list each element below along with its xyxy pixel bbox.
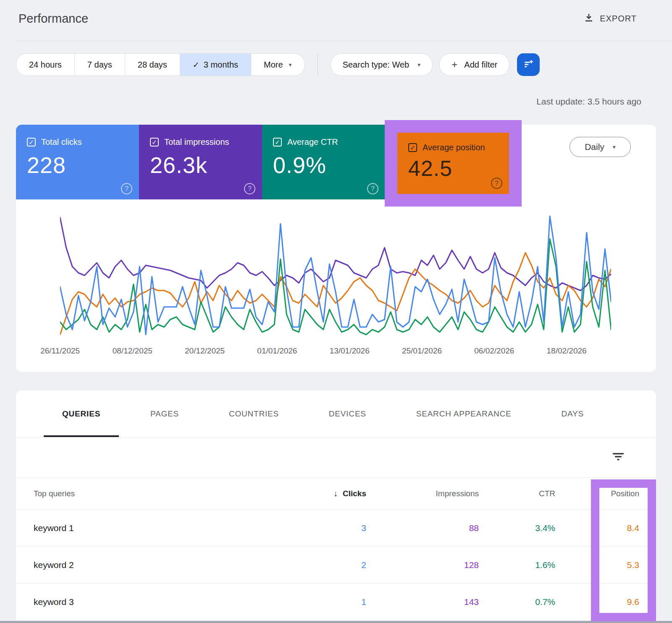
export-label: EXPORT — [600, 14, 637, 24]
tab-label: DAYS — [561, 409, 584, 419]
metric-value: 42.5 — [408, 156, 498, 181]
add-filter-label: Add filter — [464, 60, 497, 70]
performance-chart-panel: ✓ Total clicks 228 ? ✓ Total impressions… — [16, 125, 656, 372]
clicks-cell: 2 — [270, 560, 379, 570]
add-filter-button[interactable]: + Add filter — [439, 53, 509, 76]
ctr-cell: 1.6% — [488, 560, 568, 570]
x-axis-label: 13/01/2026 — [330, 346, 370, 356]
metric-value: 26.3k — [150, 152, 251, 178]
filter-toolbar: 24 hours 7 days 28 days ✓ 3 months More … — [16, 53, 540, 76]
chart-x-axis: 26/11/202508/12/202520/12/202501/01/2026… — [16, 346, 656, 359]
range-label: More — [264, 60, 283, 70]
clicks-cell: 3 — [270, 523, 379, 533]
checkbox-checked-icon[interactable]: ✓ — [27, 138, 36, 147]
tab-label: DEVICES — [329, 409, 366, 419]
metric-card-total-clicks[interactable]: ✓ Total clicks 228 ? — [16, 125, 139, 199]
dimensions-table-panel: QUERIES PAGES COUNTRIES DEVICES SEARCH A… — [16, 390, 656, 623]
plus-icon: + — [452, 59, 457, 71]
tab-label: COUNTRIES — [229, 409, 279, 419]
x-axis-label: 20/12/2025 — [185, 346, 225, 356]
table-row[interactable]: keyword 3 1 143 0.7% 9.6 — [16, 584, 656, 620]
query-cell: keyword 1 — [16, 523, 270, 533]
viewport-bottom-edge — [0, 621, 672, 623]
funnel-icon[interactable] — [612, 452, 624, 463]
tab-queries[interactable]: QUERIES — [44, 390, 119, 437]
impressions-cell: 88 — [379, 523, 488, 533]
impressions-cell: 143 — [379, 597, 488, 607]
metric-card-average-ctr[interactable]: ✓ Average CTR 0.9% ? — [262, 125, 385, 199]
filter-sparkle-button[interactable] — [517, 53, 540, 76]
position-cell: 8.4 — [568, 523, 656, 533]
x-axis-label: 08/12/2025 — [113, 346, 152, 356]
interval-label: Daily — [585, 142, 604, 152]
range-24-hours[interactable]: 24 hours — [16, 54, 75, 76]
table-row[interactable]: keyword 2 2 128 1.6% 5.3 — [16, 547, 656, 584]
table-filter-row — [16, 437, 656, 478]
tab-label: QUERIES — [62, 409, 100, 419]
chevron-down-icon: ▾ — [417, 61, 420, 68]
x-axis-label: 01/01/2026 — [257, 346, 297, 356]
column-header-ctr[interactable]: CTR — [488, 489, 568, 498]
interval-dropdown[interactable]: Daily ▾ — [570, 137, 631, 157]
x-axis-label: 26/11/2025 — [40, 346, 80, 356]
question-circle-icon[interactable]: ? — [121, 183, 132, 194]
checkbox-checked-icon[interactable]: ✓ — [408, 143, 417, 152]
search-type-dropdown[interactable]: Search type: Web ▾ — [331, 53, 433, 76]
tab-days[interactable]: DAYS — [543, 390, 602, 437]
chevron-down-icon: ▾ — [289, 61, 292, 68]
position-cell: 5.3 — [568, 560, 656, 570]
question-circle-icon[interactable]: ? — [491, 178, 502, 189]
range-label: 24 hours — [29, 60, 62, 70]
metric-card-average-position[interactable]: ✓ Average position 42.5 ? — [397, 133, 509, 194]
range-label: 28 days — [138, 60, 167, 70]
column-header-top-queries[interactable]: Top queries — [16, 489, 270, 498]
range-7-days[interactable]: 7 days — [75, 54, 125, 76]
column-header-clicks-sorted[interactable]: ↓Clicks — [270, 489, 379, 498]
table-header-row: Top queries ↓Clicks Impressions CTR Posi… — [16, 478, 656, 510]
dimension-tabs: QUERIES PAGES COUNTRIES DEVICES SEARCH A… — [16, 390, 656, 437]
metric-label: Total impressions — [164, 137, 229, 147]
x-axis-label: 25/01/2026 — [402, 346, 442, 356]
range-more-dropdown[interactable]: More ▾ — [251, 54, 304, 76]
tab-label: PAGES — [150, 409, 179, 419]
range-3-months[interactable]: ✓ 3 months — [180, 54, 251, 76]
column-header-position[interactable]: Position — [568, 489, 656, 498]
query-cell: keyword 3 — [16, 597, 270, 607]
table-row[interactable]: keyword 1 3 88 3.4% 8.4 — [16, 510, 656, 547]
metric-value: 228 — [27, 152, 128, 178]
column-header-impressions[interactable]: Impressions — [379, 489, 488, 498]
metric-label: Average CTR — [287, 137, 338, 147]
header-divider — [16, 41, 672, 41]
position-cell: 9.6 — [568, 597, 656, 607]
clicks-cell: 1 — [270, 597, 379, 607]
tab-countries[interactable]: COUNTRIES — [210, 390, 297, 437]
tab-pages[interactable]: PAGES — [132, 390, 197, 437]
filter-sparkle-icon — [522, 58, 535, 72]
toolbar-divider — [318, 53, 318, 76]
range-28-days[interactable]: 28 days — [125, 54, 180, 76]
question-circle-icon[interactable]: ? — [244, 183, 255, 194]
metric-cards-row: ✓ Total clicks 228 ? ✓ Total impressions… — [16, 125, 385, 199]
chart-lines — [60, 209, 611, 343]
search-type-label: Search type: Web — [343, 60, 410, 70]
annotation-highlight-average-position-card: ✓ Average position 42.5 ? — [385, 120, 522, 207]
metric-card-total-impressions[interactable]: ✓ Total impressions 26.3k ? — [139, 125, 262, 199]
x-axis-label: 18/02/2026 — [547, 346, 587, 356]
tab-label: SEARCH APPEARANCE — [416, 409, 512, 419]
last-update-text: Last update: 3.5 hours ago — [536, 97, 641, 107]
check-icon: ✓ — [193, 60, 200, 70]
chart-line-total-impressions — [60, 217, 611, 291]
checkbox-checked-icon[interactable]: ✓ — [273, 138, 282, 147]
export-button[interactable]: EXPORT — [584, 13, 637, 25]
question-circle-icon[interactable]: ? — [367, 183, 378, 194]
column-header-label: Clicks — [343, 489, 366, 498]
tab-devices[interactable]: DEVICES — [310, 390, 385, 437]
performance-chart[interactable] — [60, 209, 611, 343]
checkbox-checked-icon[interactable]: ✓ — [150, 138, 159, 147]
tab-search-appearance[interactable]: SEARCH APPEARANCE — [398, 390, 530, 437]
metric-value: 0.9% — [273, 152, 374, 178]
impressions-cell: 128 — [379, 560, 488, 570]
x-axis-label: 06/02/2026 — [474, 346, 514, 356]
ctr-cell: 3.4% — [488, 523, 568, 533]
range-label: 3 months — [204, 60, 238, 70]
